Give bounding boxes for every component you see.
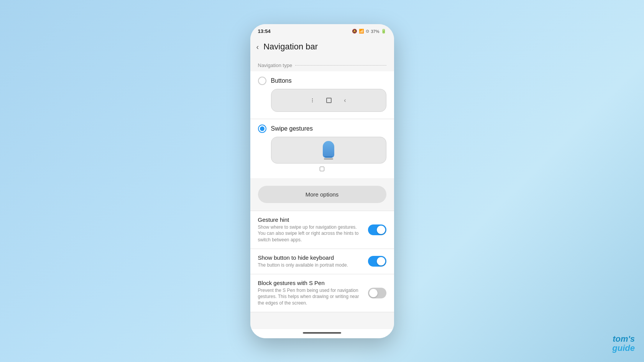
gesture-hint-info: Gesture hint Show where to swipe up for … (258, 216, 363, 243)
section-label-nav-type: Navigation type (250, 57, 394, 71)
status-icons: 🔕 📶 ⊙ 37% 🔋 (352, 29, 386, 34)
settings-item-spen: Block gestures with S Pen Prevent the S … (250, 274, 394, 312)
more-options-button[interactable]: More options (258, 186, 386, 203)
battery-icon: 🔋 (381, 29, 386, 34)
content-area: Navigation type Buttons ⫶ ‹ Swipe gestur… (250, 57, 394, 329)
hide-keyboard-desc: The button is only available in portrait… (258, 262, 363, 269)
spen-desc: Prevent the S Pen from being used for na… (258, 287, 363, 306)
spen-info: Block gestures with S Pen Prevent the S … (258, 280, 363, 306)
status-time: 13:54 (258, 28, 271, 34)
settings-item-hide-keyboard: Show button to hide keyboard The button … (250, 249, 394, 274)
spen-title: Block gestures with S Pen (258, 280, 363, 286)
back-icon: ‹ (344, 97, 346, 104)
bottom-bar (250, 329, 394, 338)
gesture-pill (323, 141, 334, 158)
battery-level: 37% (371, 29, 379, 34)
watermark: tom's guide (612, 334, 635, 353)
spen-toggle[interactable] (368, 288, 386, 298)
gesture-indicator (323, 141, 334, 159)
page-title: Navigation bar (263, 42, 318, 52)
watermark-toms: tom's (612, 334, 635, 344)
radio-swipe[interactable] (258, 124, 266, 133)
back-button[interactable]: ‹ (256, 43, 259, 51)
watermark-guide: guide (612, 344, 635, 353)
gesture-dot-indicator (258, 166, 386, 173)
gesture-hint-toggle[interactable] (368, 224, 386, 235)
swipe-label: Swipe gestures (271, 125, 313, 132)
toggle-thumb-spen (369, 289, 378, 297)
hide-keyboard-title: Show button to hide keyboard (258, 254, 363, 261)
settings-item-gesture-hint: Gesture hint Show where to swipe up for … (250, 211, 394, 249)
dot-empty (320, 167, 324, 171)
hide-keyboard-toggle[interactable] (368, 256, 386, 267)
gesture-line (324, 159, 333, 159)
silent-icon: 🔕 (352, 29, 357, 34)
home-icon (326, 98, 332, 103)
nav-option-buttons[interactable]: Buttons ⫶ ‹ (250, 71, 394, 119)
buttons-label: Buttons (271, 77, 292, 84)
hide-keyboard-info: Show button to hide keyboard The button … (258, 254, 363, 269)
divider-5 (250, 312, 394, 312)
swipe-preview (271, 137, 386, 164)
section-dots (295, 65, 386, 66)
toggle-thumb-gesture-hint (377, 226, 385, 234)
toggle-thumb-hide-keyboard (377, 257, 385, 265)
nav-option-swipe[interactable]: Swipe gestures (250, 119, 394, 178)
page-header: ‹ Navigation bar (250, 38, 394, 57)
wifi-icon: 📶 (359, 29, 364, 34)
nav-type-label: Navigation type (258, 62, 292, 68)
bottom-pill (303, 332, 341, 334)
phone-screen: 13:54 🔕 📶 ⊙ 37% 🔋 ‹ Navigation bar Navig… (250, 24, 394, 338)
location-icon: ⊙ (366, 29, 369, 34)
buttons-preview: ⫶ ‹ (271, 89, 386, 112)
recent-apps-icon: ⫶ (311, 97, 314, 104)
radio-buttons[interactable] (258, 77, 266, 85)
status-bar: 13:54 🔕 📶 ⊙ 37% 🔋 (250, 24, 394, 38)
gesture-hint-title: Gesture hint (258, 216, 363, 223)
gesture-hint-desc: Show where to swipe up for navigation ge… (258, 224, 363, 243)
